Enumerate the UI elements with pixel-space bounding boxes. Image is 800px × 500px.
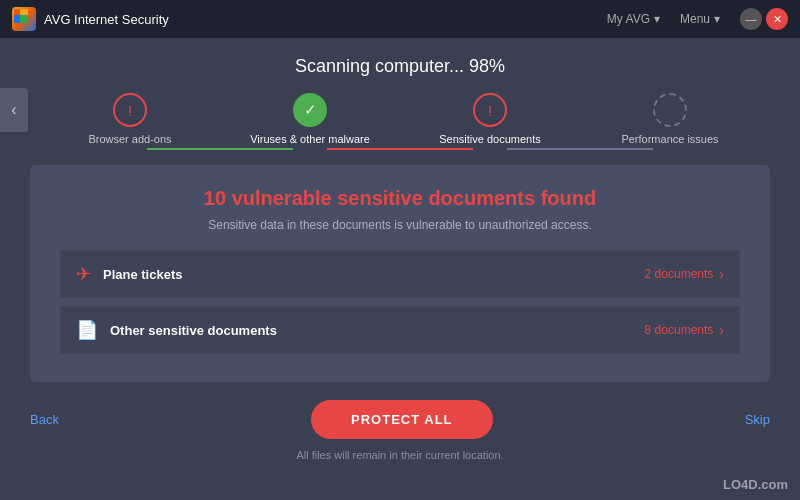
step-label-performance: Performance issues [621, 133, 718, 145]
protect-all-button[interactable]: PROTECT ALL [311, 400, 493, 439]
step-browser-addons: ! Browser add-ons [40, 93, 220, 145]
content-card: 10 vulnerable sensitive documents found … [30, 165, 770, 382]
document-icon: 📄 [76, 319, 98, 341]
connector-3 [507, 148, 653, 150]
step-viruses: ✓ Viruses & other malware [220, 93, 400, 145]
other-sensitive-label: Other sensitive documents [110, 323, 277, 338]
connector-1 [147, 148, 293, 150]
steps-container: ! Browser add-ons ✓ Viruses & other malw… [40, 93, 760, 145]
menu-chevron-icon: ▾ [714, 12, 720, 26]
plane-tickets-left: ✈ Plane tickets [76, 263, 183, 285]
app-name: AVG Internet Security [44, 12, 169, 27]
main-content: ‹ Scanning computer... 98% ! Browser add… [0, 38, 800, 500]
chevron-right-icon-2: › [719, 322, 724, 338]
step-circle-performance [653, 93, 687, 127]
other-sensitive-right: 8 documents › [645, 322, 724, 338]
step-performance: Performance issues [580, 93, 760, 145]
step-label-viruses: Viruses & other malware [250, 133, 370, 145]
step-label-sensitive: Sensitive documents [439, 133, 541, 145]
skip-button[interactable]: Skip [745, 412, 770, 427]
footer-note: All files will remain in their current l… [296, 449, 503, 461]
plane-tickets-label: Plane tickets [103, 267, 183, 282]
plane-icon: ✈ [76, 263, 91, 285]
step-circle-sensitive: ! [473, 93, 507, 127]
title-bar-right: My AVG ▾ Menu ▾ — ✕ [599, 8, 788, 30]
title-bar-left: AVG Internet Security [12, 7, 169, 31]
title-bar: AVG Internet Security My AVG ▾ Menu ▾ — … [0, 0, 800, 38]
footer-actions: Back PROTECT ALL Skip [30, 400, 770, 439]
scan-header: Scanning computer... 98% [295, 56, 505, 77]
chevron-down-icon: ▾ [654, 12, 660, 26]
menu-button[interactable]: Menu ▾ [672, 9, 728, 29]
connector-2 [327, 148, 473, 150]
window-controls: — ✕ [740, 8, 788, 30]
plane-tickets-right: 2 documents › [645, 266, 724, 282]
my-avg-button[interactable]: My AVG ▾ [599, 9, 668, 29]
avg-logo [12, 7, 36, 31]
card-subtitle: Sensitive data in these documents is vul… [60, 218, 740, 232]
svg-rect-3 [20, 15, 28, 23]
step-circle-browser: ! [113, 93, 147, 127]
other-sensitive-left: 📄 Other sensitive documents [76, 319, 277, 341]
step-circle-viruses: ✓ [293, 93, 327, 127]
back-arrow-button[interactable]: ‹ [0, 88, 28, 132]
card-title: 10 vulnerable sensitive documents found [60, 187, 740, 210]
close-button[interactable]: ✕ [766, 8, 788, 30]
chevron-right-icon-1: › [719, 266, 724, 282]
other-sensitive-row[interactable]: 📄 Other sensitive documents 8 documents … [60, 306, 740, 354]
step-label-browser: Browser add-ons [88, 133, 171, 145]
plane-tickets-row[interactable]: ✈ Plane tickets 2 documents › [60, 250, 740, 298]
back-button[interactable]: Back [30, 412, 59, 427]
minimize-button[interactable]: — [740, 8, 762, 30]
watermark: LO4D.com [723, 477, 788, 492]
step-sensitive: ! Sensitive documents [400, 93, 580, 145]
plane-tickets-count: 2 documents [645, 267, 714, 281]
other-sensitive-count: 8 documents [645, 323, 714, 337]
